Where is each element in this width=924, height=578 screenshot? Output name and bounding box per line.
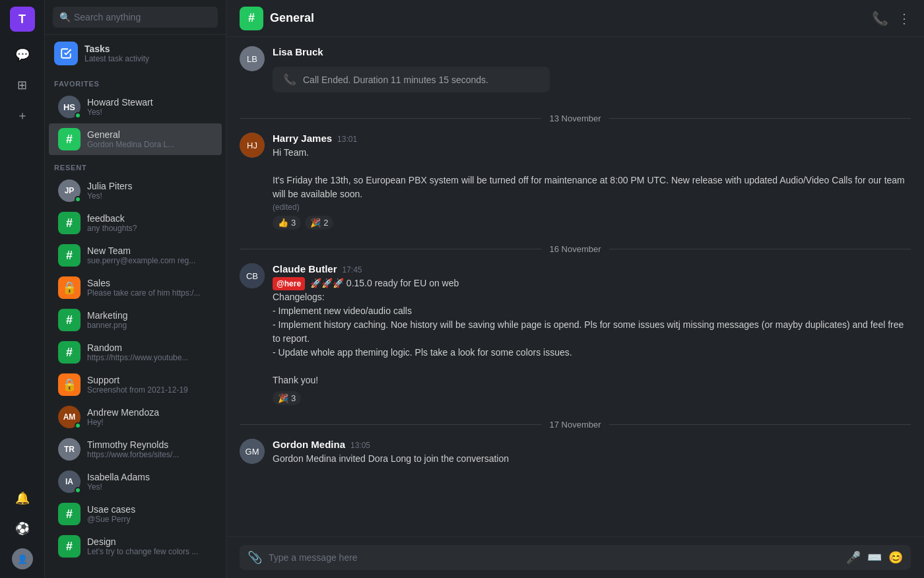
messages-area: LB Lisa Bruck 📞 Call Ended. Duration 11 … [226, 37, 924, 536]
harry-james-time: 13:01 [337, 135, 357, 144]
sidebar-item-general[interactable]: # General Gordon Medina Dora L... [49, 123, 222, 155]
divider-line [240, 424, 541, 425]
user-profile-avatar: 👤 [12, 548, 33, 569]
icon-bar: T 💬 ⊞ ＋ 🔔 ⚽ 👤 [0, 0, 45, 578]
sidebar-item-sales[interactable]: 🔒 Sales Please take care of him https:/.… [49, 272, 222, 304]
search-input[interactable] [53, 7, 218, 28]
here-badge: @here [273, 277, 305, 290]
user-avatar-button[interactable]: T [10, 7, 35, 32]
andrew-mendoza-avatar: AM [58, 406, 81, 428]
channel-name: feedback [87, 213, 213, 224]
message-input-wrapper: 📎 🎤 ⌨️ 😊 [240, 545, 911, 570]
channel-name: Howard Stewart [87, 97, 213, 108]
sidebar: 🔍 Tasks Latest task activity FAVORITES H… [45, 0, 226, 578]
support-avatar: 🔒 [58, 373, 81, 396]
attachment-icon[interactable]: 📎 [248, 550, 262, 565]
sales-avatar: 🔒 [58, 276, 81, 299]
bell-icon: 🔔 [15, 491, 30, 505]
call-icon-btn[interactable]: 📞 [872, 11, 888, 26]
reaction-thumbsup[interactable]: 👍 3 [273, 216, 301, 230]
channel-preview: Screenshot from 2021-12-19 [87, 385, 213, 395]
design-avatar: # [58, 535, 81, 558]
message-input[interactable] [269, 552, 840, 563]
harry-james-reactions: 👍 3 🎉 2 [273, 216, 911, 230]
chat-header: # General 📞 ⋮ [226, 0, 924, 37]
channel-name: Usae cases [87, 504, 213, 515]
sidebar-item-random[interactable]: # Random https://https://www.youtube... [49, 337, 222, 368]
channel-name: New Team [87, 245, 213, 256]
plus-icon: ＋ [16, 108, 28, 123]
reaction-count: 3 [291, 393, 296, 403]
general-avatar: # [58, 128, 81, 150]
harry-james-message: HJ Harry James 13:01 Hi Team. It's Frida… [240, 130, 911, 232]
tasks-item[interactable]: Tasks Latest task activity [45, 35, 226, 72]
claude-butler-text: @here 🚀🚀🚀 0.15.0 ready for EU on web Cha… [273, 276, 911, 387]
channel-preview: Yes! [87, 108, 213, 117]
channel-preview: any thoughts? [87, 224, 213, 233]
main-chat-area: # General 📞 ⋮ LB Lisa Bruck 📞 Call Ended… [226, 0, 924, 578]
online-indicator [75, 487, 81, 494]
search-bar: 🔍 [45, 0, 226, 35]
soccer-icon-btn[interactable]: ⚽ [10, 516, 35, 541]
reaction-party-2[interactable]: 🎉 3 [273, 391, 301, 405]
sidebar-item-support[interactable]: 🔒 Support Screenshot from 2021-12-19 [49, 369, 222, 401]
reaction-party[interactable]: 🎉 2 [305, 216, 333, 230]
divider-line [240, 249, 541, 249]
sidebar-item-feedback[interactable]: # feedback any thoughts? [49, 207, 222, 239]
online-indicator [75, 196, 81, 203]
channel-header-icon: # [240, 7, 263, 30]
howard-stewart-avatar: HS [58, 96, 81, 118]
sidebar-item-new-team[interactable]: # New Team sue.perry@example.com reg... [49, 240, 222, 271]
emoji-icon[interactable]: 😊 [888, 550, 903, 565]
gordon-medina-time: 13:05 [350, 441, 370, 450]
channel-preview: Yes! [87, 191, 213, 201]
divider-line [609, 424, 911, 425]
harry-james-avatar: HJ [240, 133, 265, 158]
sidebar-item-isabella-adams[interactable]: IA Isabella Adams Yes! [49, 466, 222, 498]
bell-icon-btn[interactable]: 🔔 [10, 486, 35, 511]
sidebar-item-design[interactable]: # Design Let's try to change few colors … [49, 530, 222, 562]
channel-name: Sales [87, 278, 213, 288]
sidebar-item-howard-stewart[interactable]: HS Howard Stewart Yes! [49, 91, 222, 123]
harry-james-name: Harry James [273, 133, 332, 144]
isabella-adams-avatar: IA [58, 470, 81, 493]
date-divider-17nov: 17 November [240, 420, 911, 430]
more-options-btn[interactable]: ⋮ [898, 11, 911, 26]
channel-preview: @Sue Perry [87, 515, 213, 524]
channel-preview: Yes! [87, 482, 213, 492]
timmothy-reynolds-avatar: TR [58, 438, 81, 461]
message-input-area: 📎 🎤 ⌨️ 😊 [226, 536, 924, 578]
date-label-16nov: 16 November [549, 244, 601, 254]
channel-preview: Hey! [87, 418, 213, 427]
sidebar-item-timmothy-reynolds[interactable]: TR Timmothy Reynolds https://www.forbes/… [49, 434, 222, 465]
msg-edited-label: (edited) [273, 203, 911, 212]
claude-butler-message: CB Claude Butler 17:45 @here 🚀🚀🚀 0.15.0 … [240, 261, 911, 408]
reaction-count: 2 [323, 218, 328, 228]
channel-name: Design [87, 536, 213, 547]
add-icon-btn[interactable]: ＋ [10, 103, 35, 128]
keyboard-icon[interactable]: ⌨️ [867, 550, 882, 565]
sidebar-item-usae-cases[interactable]: # Usae cases @Sue Perry [49, 498, 222, 530]
date-label-13nov: 13 November [549, 113, 601, 123]
sidebar-item-julia-piters[interactable]: JP Julia Piters Yes! [49, 175, 222, 207]
microphone-icon[interactable]: 🎤 [846, 550, 861, 565]
channel-preview: sue.perry@example.com reg... [87, 256, 213, 265]
channel-name: Andrew Mendoza [87, 407, 213, 418]
user-initial: T [18, 13, 26, 26]
soccer-icon: ⚽ [15, 521, 30, 536]
claude-butler-name: Claude Butler [273, 263, 337, 274]
divider-line [240, 118, 541, 119]
tasks-subtitle: Latest task activity [84, 54, 149, 63]
call-ended-banner: 📞 Call Ended. Duration 11 minutes 15 sec… [273, 67, 550, 92]
channel-preview: Let's try to change few colors ... [87, 547, 213, 556]
chat-icon: 💬 [15, 48, 30, 62]
chat-title: General [270, 11, 314, 25]
user-profile-icon-btn[interactable]: 👤 [10, 546, 35, 571]
online-indicator [75, 112, 81, 119]
tasks-icon [54, 42, 78, 65]
grid-icon: ⊞ [17, 78, 27, 92]
messages-icon-btn[interactable]: 💬 [10, 42, 35, 67]
sidebar-item-marketing[interactable]: # Marketing banner.png [49, 304, 222, 336]
grid-icon-btn[interactable]: ⊞ [10, 73, 35, 98]
sidebar-item-andrew-mendoza[interactable]: AM Andrew Mendoza Hey! [49, 401, 222, 433]
